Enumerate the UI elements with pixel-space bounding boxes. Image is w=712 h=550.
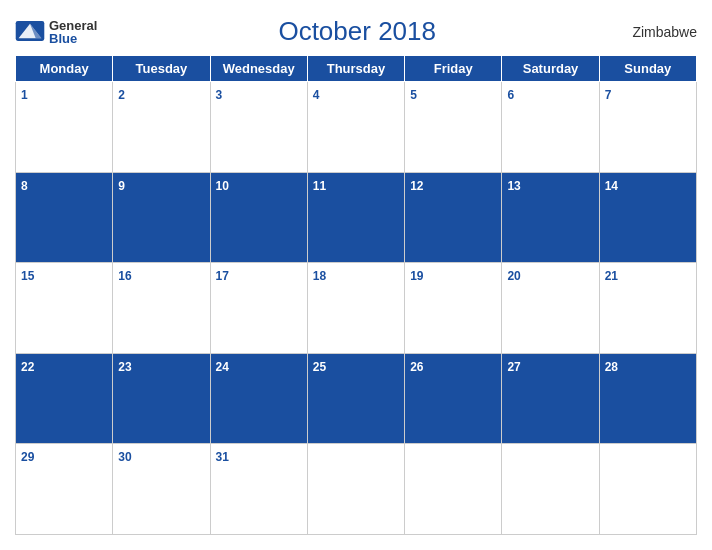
day-number: 21 <box>605 269 618 283</box>
calendar-day-cell: 23 <box>113 353 210 444</box>
calendar-day-cell <box>502 444 599 535</box>
day-number: 26 <box>410 360 423 374</box>
logo-text-block: General Blue <box>49 19 97 45</box>
day-number: 25 <box>313 360 326 374</box>
day-number: 3 <box>216 88 223 102</box>
calendar-day-cell: 2 <box>113 82 210 173</box>
calendar-day-cell: 26 <box>405 353 502 444</box>
day-number: 16 <box>118 269 131 283</box>
calendar-day-cell: 22 <box>16 353 113 444</box>
calendar-day-cell: 5 <box>405 82 502 173</box>
day-number: 2 <box>118 88 125 102</box>
calendar-day-cell: 3 <box>210 82 307 173</box>
weekday-header: Thursday <box>307 56 404 82</box>
weekday-header: Sunday <box>599 56 696 82</box>
day-number: 23 <box>118 360 131 374</box>
logo-blue-text: Blue <box>49 32 97 45</box>
calendar-week-row: 293031 <box>16 444 697 535</box>
calendar-day-cell: 13 <box>502 172 599 263</box>
day-number: 8 <box>21 179 28 193</box>
day-number: 13 <box>507 179 520 193</box>
calendar-day-cell: 21 <box>599 263 696 354</box>
calendar-header-row: MondayTuesdayWednesdayThursdayFridaySatu… <box>16 56 697 82</box>
calendar-day-cell: 4 <box>307 82 404 173</box>
calendar-day-cell: 17 <box>210 263 307 354</box>
day-number: 6 <box>507 88 514 102</box>
calendar-week-row: 15161718192021 <box>16 263 697 354</box>
country-label: Zimbabwe <box>617 24 697 40</box>
day-number: 30 <box>118 450 131 464</box>
calendar-day-cell <box>599 444 696 535</box>
weekday-header: Friday <box>405 56 502 82</box>
day-number: 19 <box>410 269 423 283</box>
weekday-header: Wednesday <box>210 56 307 82</box>
calendar-day-cell: 16 <box>113 263 210 354</box>
calendar-week-row: 1234567 <box>16 82 697 173</box>
day-number: 12 <box>410 179 423 193</box>
calendar-day-cell: 11 <box>307 172 404 263</box>
day-number: 15 <box>21 269 34 283</box>
calendar-day-cell: 27 <box>502 353 599 444</box>
calendar-day-cell: 7 <box>599 82 696 173</box>
day-number: 1 <box>21 88 28 102</box>
calendar-day-cell: 29 <box>16 444 113 535</box>
day-number: 9 <box>118 179 125 193</box>
day-number: 11 <box>313 179 326 193</box>
logo-general-text: General <box>49 19 97 32</box>
day-number: 5 <box>410 88 417 102</box>
day-number: 14 <box>605 179 618 193</box>
calendar-week-row: 22232425262728 <box>16 353 697 444</box>
day-number: 24 <box>216 360 229 374</box>
calendar-day-cell: 20 <box>502 263 599 354</box>
calendar-day-cell: 24 <box>210 353 307 444</box>
calendar-day-cell: 8 <box>16 172 113 263</box>
calendar-day-cell: 18 <box>307 263 404 354</box>
generalblue-logo-icon <box>15 21 45 41</box>
calendar-day-cell <box>405 444 502 535</box>
logo: General Blue <box>15 19 97 45</box>
day-number: 17 <box>216 269 229 283</box>
calendar-day-cell: 1 <box>16 82 113 173</box>
day-number: 28 <box>605 360 618 374</box>
calendar-day-cell: 19 <box>405 263 502 354</box>
calendar-day-cell: 15 <box>16 263 113 354</box>
day-number: 31 <box>216 450 229 464</box>
day-number: 27 <box>507 360 520 374</box>
calendar-header: General Blue October 2018 Zimbabwe <box>15 10 697 55</box>
weekday-header: Saturday <box>502 56 599 82</box>
day-number: 29 <box>21 450 34 464</box>
calendar-day-cell: 9 <box>113 172 210 263</box>
calendar-day-cell: 28 <box>599 353 696 444</box>
calendar-week-row: 891011121314 <box>16 172 697 263</box>
calendar-day-cell: 12 <box>405 172 502 263</box>
calendar-day-cell: 10 <box>210 172 307 263</box>
weekday-header: Tuesday <box>113 56 210 82</box>
calendar-title: October 2018 <box>97 16 617 47</box>
day-number: 18 <box>313 269 326 283</box>
calendar-day-cell: 25 <box>307 353 404 444</box>
calendar-table: MondayTuesdayWednesdayThursdayFridaySatu… <box>15 55 697 535</box>
day-number: 20 <box>507 269 520 283</box>
weekday-header: Monday <box>16 56 113 82</box>
calendar-day-cell: 6 <box>502 82 599 173</box>
calendar-day-cell: 31 <box>210 444 307 535</box>
day-number: 7 <box>605 88 612 102</box>
day-number: 4 <box>313 88 320 102</box>
calendar-day-cell: 14 <box>599 172 696 263</box>
day-number: 10 <box>216 179 229 193</box>
day-number: 22 <box>21 360 34 374</box>
calendar-day-cell <box>307 444 404 535</box>
calendar-day-cell: 30 <box>113 444 210 535</box>
